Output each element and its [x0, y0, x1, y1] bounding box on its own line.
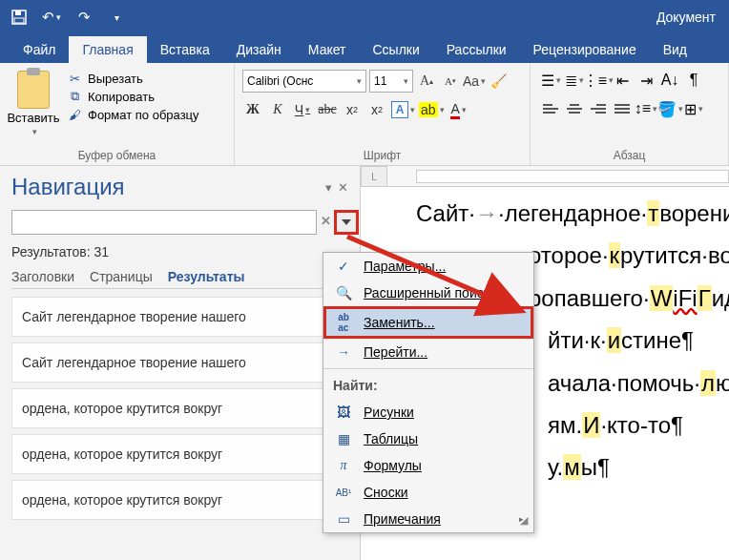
table-icon: ▦	[333, 431, 354, 446]
menu-tables[interactable]: ▦Таблицы	[323, 425, 533, 452]
change-case-button[interactable]: Aa▾	[464, 71, 485, 92]
copy-icon: ⧉	[67, 89, 82, 104]
decrease-indent-button[interactable]: ⇤	[612, 70, 633, 91]
clear-formatting-button[interactable]: 🧹	[488, 71, 509, 92]
multilevel-button[interactable]: ⋮≡▾	[588, 70, 609, 91]
menu-find-header: Найти:	[323, 372, 533, 399]
redo-icon[interactable]: ↷	[73, 6, 95, 29]
search-input[interactable]	[11, 210, 317, 235]
tab-mailings[interactable]: Рассылки	[433, 36, 520, 63]
menu-pictures[interactable]: 🖼Рисунки	[323, 399, 533, 425]
clipboard-icon	[17, 71, 50, 109]
italic-button[interactable]: К	[267, 98, 288, 121]
horizontal-ruler[interactable]	[387, 166, 729, 187]
menu-options[interactable]: ✓Параметры...	[323, 253, 533, 280]
tab-design[interactable]: Дизайн	[223, 36, 295, 63]
strikethrough-button[interactable]: abc	[317, 98, 338, 121]
shrink-font-button[interactable]: A▾	[440, 71, 461, 92]
justify-button[interactable]	[612, 98, 633, 119]
search-options-menu: ✓Параметры... 🔍Расширенный поиск... abac…	[323, 252, 534, 533]
dialog-launcher-icon[interactable]: ◢	[520, 514, 528, 527]
copy-button[interactable]: ⧉Копировать	[67, 89, 199, 104]
document-title: Документ	[128, 10, 721, 25]
picture-icon: 🖼	[333, 404, 354, 420]
show-marks-button[interactable]: ¶	[683, 70, 704, 91]
bold-button[interactable]: Ж	[242, 98, 263, 121]
align-center-button[interactable]	[564, 98, 585, 119]
grow-font-button[interactable]: A▴	[416, 71, 437, 92]
nav-tab-results[interactable]: Результаты	[168, 269, 245, 284]
increase-indent-button[interactable]: ⇥	[635, 70, 656, 91]
nav-close-icon[interactable]: ✕	[338, 180, 348, 195]
clipboard-group-label: Буфер обмена	[6, 147, 228, 165]
results-count: Результатов: 31	[11, 244, 348, 259]
paste-button[interactable]: Вставить ▾	[6, 67, 61, 147]
save-icon[interactable]	[8, 6, 31, 29]
search-dropdown-button[interactable]	[334, 210, 359, 235]
menu-footnotes[interactable]: AB¹Сноски	[323, 479, 533, 506]
shading-button[interactable]: 🪣▾	[659, 98, 680, 119]
nav-tab-headings[interactable]: Заголовки	[11, 269, 74, 284]
highlight-button[interactable]: ab▾	[419, 98, 445, 121]
cut-button[interactable]: ✂Вырезать	[67, 71, 199, 86]
menu-comments[interactable]: ▭Примечания▸	[323, 506, 533, 532]
svg-rect-2	[14, 18, 24, 23]
nav-tab-pages[interactable]: Страницы	[90, 269, 153, 284]
menu-advanced-find[interactable]: 🔍Расширенный поиск...	[323, 280, 533, 306]
comment-icon: ▭	[333, 511, 354, 527]
tab-file[interactable]: Файл	[10, 36, 69, 63]
tab-references[interactable]: Ссылки	[359, 36, 432, 63]
menu-replace[interactable]: abacЗаменить...	[323, 306, 533, 339]
footnote-icon: AB¹	[333, 487, 354, 498]
font-name-select[interactable]: Calibri (Оснс▾	[242, 70, 366, 93]
superscript-button[interactable]: x2	[366, 98, 387, 121]
nav-dropdown-icon[interactable]: ▾	[325, 180, 332, 195]
paragraph-group-label: Абзац	[536, 147, 722, 165]
subscript-button[interactable]: x2	[342, 98, 363, 121]
ruler-toggle[interactable]: L	[361, 166, 387, 187]
result-item[interactable]: Сайт легендарное творение нашего	[11, 342, 348, 383]
navigation-title: Навигация	[11, 174, 125, 200]
align-left-button[interactable]	[540, 98, 561, 119]
borders-button[interactable]: ⊞▾	[683, 98, 704, 119]
brush-icon: 🖌	[67, 107, 82, 122]
font-color-button[interactable]: A▾	[448, 98, 469, 121]
tab-insert[interactable]: Вставка	[147, 36, 223, 63]
result-item[interactable]: ордена, которое крутится вокруг	[11, 480, 348, 520]
menu-formulas[interactable]: πФормулы	[323, 452, 533, 479]
tab-home[interactable]: Главная	[69, 36, 146, 63]
search-clear-icon[interactable]: ✕	[321, 214, 331, 228]
font-group-label: Шрифт	[240, 147, 524, 165]
line-spacing-button[interactable]: ↕≡▾	[635, 98, 656, 119]
numbering-button[interactable]: ≣▾	[564, 70, 585, 91]
text-effects-button[interactable]: A▾	[391, 98, 415, 121]
format-painter-button[interactable]: 🖌Формат по образцу	[67, 107, 199, 122]
search-icon: 🔍	[333, 285, 354, 301]
check-icon: ✓	[333, 259, 354, 274]
scissors-icon: ✂	[67, 71, 82, 86]
result-item[interactable]: Сайт легендарное творение нашего	[11, 297, 348, 337]
underline-button[interactable]: Ч▾	[292, 98, 313, 121]
qat-customize-icon[interactable]: ▾	[105, 6, 128, 29]
bullets-button[interactable]: ☰▾	[540, 70, 561, 91]
pi-icon: π	[333, 458, 354, 473]
font-size-select[interactable]: 11▾	[369, 70, 413, 93]
result-item[interactable]: ордена, которое крутится вокруг	[11, 388, 348, 428]
svg-rect-1	[15, 10, 21, 15]
undo-icon[interactable]: ↶▾	[40, 6, 63, 29]
arrow-right-icon: →	[333, 344, 354, 360]
tab-review[interactable]: Рецензирование	[520, 36, 650, 63]
align-right-button[interactable]	[588, 98, 609, 119]
tab-view[interactable]: Вид	[650, 36, 700, 63]
sort-button[interactable]: A↓	[659, 70, 680, 91]
menu-goto[interactable]: →Перейти...	[323, 339, 533, 365]
paste-label: Вставить	[7, 111, 59, 125]
result-item[interactable]: ордена, которое крутится вокруг	[11, 434, 348, 474]
replace-icon: abac	[333, 312, 354, 333]
tab-layout[interactable]: Макет	[295, 36, 360, 63]
